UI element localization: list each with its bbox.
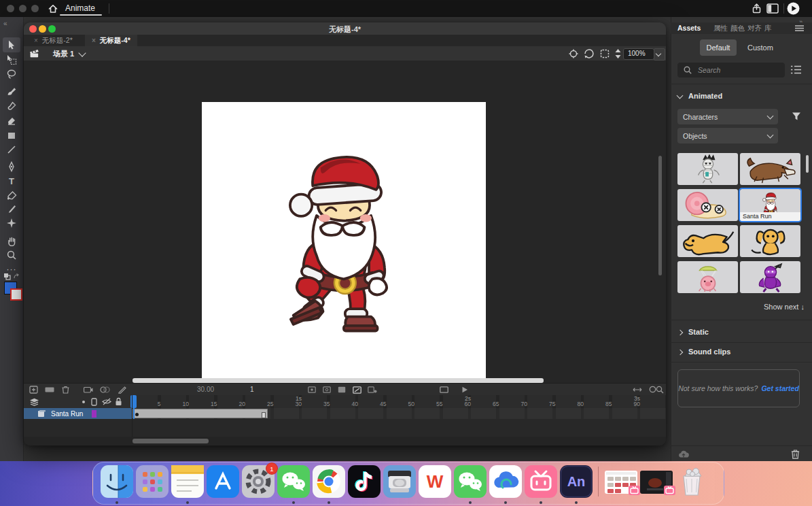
zoom-stepper-icon[interactable]: [614, 48, 622, 59]
delete-asset-icon[interactable]: [791, 449, 800, 459]
text-tool[interactable]: T: [3, 174, 20, 188]
dock-icon-douyin[interactable]: [348, 465, 381, 498]
delete-frame-icon[interactable]: [62, 386, 69, 394]
dock-icon-launchpad[interactable]: [136, 465, 169, 498]
show-next-button[interactable]: Show next ↓: [764, 303, 805, 311]
filter-icon[interactable]: [792, 112, 801, 121]
camera-icon[interactable]: [84, 386, 93, 393]
keyframe-dot[interactable]: [135, 413, 139, 416]
fit-timeline-icon[interactable]: [633, 386, 642, 393]
hand-tool[interactable]: [3, 234, 20, 248]
dock-icon-app-store[interactable]: [207, 465, 239, 498]
doc-tab-untitled4[interactable]: × 无标题-4*: [85, 35, 137, 46]
layer-frames-row[interactable]: [133, 408, 666, 419]
doc-tab-untitled2[interactable]: × 无标题-2*: [27, 35, 80, 46]
loop-range-icon[interactable]: [440, 386, 448, 393]
asset-item-mummy-character[interactable]: [677, 153, 738, 185]
selection-tool[interactable]: [3, 37, 20, 52]
clip-content-icon[interactable]: [600, 49, 610, 58]
current-frame-value[interactable]: 1: [250, 386, 254, 393]
create-tween-icon[interactable]: [353, 386, 361, 394]
timeline-scroll-thumb[interactable]: [133, 439, 209, 443]
asset-item-dog-lying-character[interactable]: [677, 225, 738, 257]
dock-icon-wechat[interactable]: [277, 465, 310, 498]
onion-skin-icon[interactable]: [100, 386, 110, 393]
frame-span-icon[interactable]: [338, 386, 346, 393]
window-layout-icon[interactable]: [766, 3, 779, 14]
dock-icon-notes[interactable]: [171, 465, 204, 498]
sound-section-header[interactable]: Sound clips: [688, 348, 730, 356]
rotate-tool-icon[interactable]: [584, 48, 595, 59]
pen-tool[interactable]: [3, 160, 20, 173]
asset-item-pig-character[interactable]: [677, 261, 738, 293]
characters-dropdown[interactable]: Characters: [677, 109, 778, 124]
tab-align[interactable]: 对齐: [747, 24, 762, 33]
dock-icon-bilibili[interactable]: [525, 465, 557, 498]
asset-item-snail-character[interactable]: [677, 189, 738, 221]
lasso-tool[interactable]: [3, 67, 20, 81]
lock-column-icon[interactable]: [115, 397, 122, 406]
stage-vertical-scrollbar[interactable]: [658, 156, 662, 275]
window-minimize-icon[interactable]: [19, 5, 27, 12]
edit-multiple-frames-icon[interactable]: [118, 386, 126, 394]
classic-brush-tool[interactable]: [3, 99, 20, 113]
asset-warp-tool[interactable]: [3, 216, 20, 230]
zoom-level-input[interactable]: [623, 48, 654, 60]
timeline-scroll-track[interactable]: [24, 437, 666, 445]
paint-bucket-tool[interactable]: [3, 188, 20, 202]
dock-icon-system-settings[interactable]: 1: [242, 465, 275, 498]
rectangle-tool[interactable]: [3, 129, 20, 142]
close-tab-icon[interactable]: ×: [92, 37, 96, 44]
default-mode-button[interactable]: Default: [700, 39, 737, 56]
stage-horizontal-scrollbar[interactable]: [133, 378, 544, 383]
frame-view-icon[interactable]: [368, 386, 377, 393]
dock-icon-printer-tool[interactable]: [383, 465, 416, 498]
share-icon[interactable]: [751, 3, 762, 14]
subselection-transform-tool[interactable]: [3, 53, 20, 67]
outline-column-icon[interactable]: [91, 398, 97, 406]
home-icon[interactable]: [48, 3, 58, 14]
stroke-color-swatch[interactable]: [10, 288, 22, 301]
dock-icon-finder[interactable]: [101, 465, 133, 498]
center-stage-icon[interactable]: [569, 49, 578, 58]
asset-item-dog-sitting-character[interactable]: [740, 225, 800, 257]
layer-row-santa-run[interactable]: Santa Run: [24, 408, 133, 419]
dock-window-bilibili-page-window[interactable]: [605, 471, 637, 494]
animated-section-header[interactable]: Animated: [688, 92, 722, 100]
collapse-tools-icon[interactable]: «: [3, 20, 7, 27]
play-icon[interactable]: [461, 386, 468, 393]
stage-canvas[interactable]: [202, 102, 486, 386]
tab-library[interactable]: 库: [764, 24, 772, 33]
eyedropper-tool[interactable]: [3, 203, 20, 216]
visibility-column-icon[interactable]: [102, 398, 111, 405]
dock-icon-trash[interactable]: [675, 465, 708, 498]
eraser-tool[interactable]: [3, 114, 20, 127]
dock-icon-wps-office[interactable]: W: [419, 465, 451, 498]
dock-icon-animate-app[interactable]: An: [560, 465, 593, 498]
custom-mode-button[interactable]: Custom: [747, 44, 773, 52]
frame-rate-value[interactable]: 30.00: [197, 386, 214, 393]
insert-blank-keyframe-icon[interactable]: [323, 386, 331, 393]
scene-chevron-icon[interactable]: [78, 49, 86, 56]
search-input[interactable]: [696, 65, 774, 75]
close-tab-icon[interactable]: ×: [34, 37, 38, 44]
list-view-icon[interactable]: [791, 65, 801, 74]
timeline-ruler[interactable]: 1s2s3s5101520253035404550556065707580859…: [133, 395, 666, 409]
window-close-icon[interactable]: [7, 5, 14, 12]
upload-cloud-icon[interactable]: [678, 450, 689, 458]
layer-name[interactable]: Santa Run: [51, 410, 83, 418]
line-tool[interactable]: [3, 143, 20, 156]
test-movie-play-icon[interactable]: [787, 2, 800, 15]
scene-name[interactable]: 场景 1: [53, 49, 74, 59]
search-box[interactable]: [677, 63, 785, 78]
layer-color-swatch[interactable]: [92, 410, 96, 418]
static-section-header[interactable]: Static: [688, 328, 709, 336]
frame-span[interactable]: [133, 409, 268, 418]
document-titlebar[interactable]: 无标题-4*: [24, 22, 666, 35]
dock-icon-wechat-alt[interactable]: [454, 465, 487, 498]
zoom-tool[interactable]: [3, 248, 20, 262]
objects-dropdown[interactable]: Objects: [677, 128, 778, 144]
panel-menu-icon[interactable]: [795, 25, 804, 31]
fluid-brush-tool[interactable]: [3, 84, 20, 98]
stage-pasteboard[interactable]: [24, 61, 666, 380]
